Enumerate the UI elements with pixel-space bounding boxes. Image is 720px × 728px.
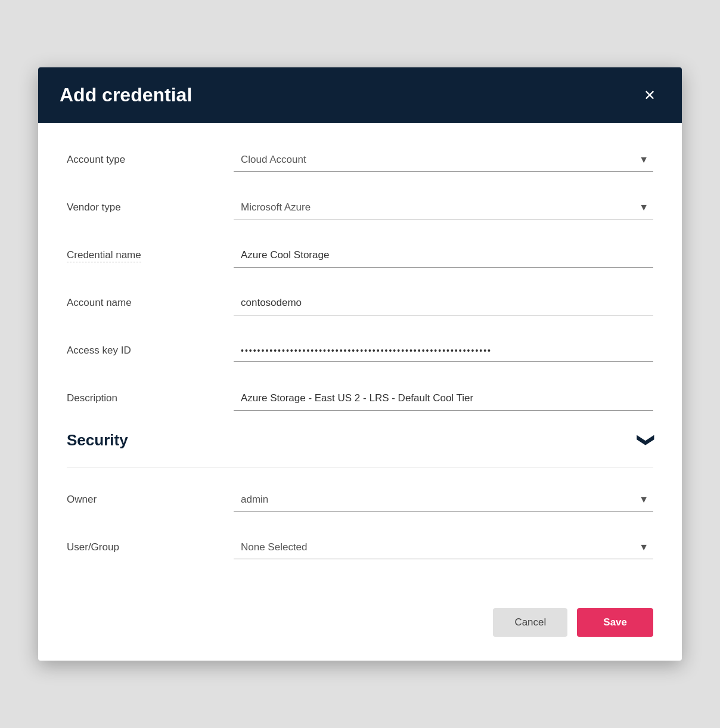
- account-type-select-wrapper[interactable]: Cloud Account ▼: [234, 148, 653, 172]
- description-row: Description: [67, 383, 653, 414]
- account-type-select[interactable]: Cloud Account: [234, 148, 653, 172]
- access-key-label: Access key ID: [67, 345, 131, 356]
- user-group-select-wrapper[interactable]: None Selected ▼: [234, 535, 653, 559]
- close-button[interactable]: ✕: [639, 86, 660, 105]
- credential-name-row: Credential name: [67, 240, 653, 271]
- user-group-select[interactable]: None Selected: [234, 535, 653, 559]
- access-key-input[interactable]: [234, 340, 653, 362]
- security-divider: [67, 467, 653, 467]
- security-section: Security ❯: [67, 430, 653, 450]
- credential-name-label: Credential name: [67, 249, 141, 262]
- save-button[interactable]: Save: [577, 608, 653, 637]
- credential-name-input[interactable]: [234, 243, 653, 268]
- access-key-row: Access key ID: [67, 335, 653, 366]
- security-chevron-icon[interactable]: ❯: [637, 433, 656, 447]
- account-name-row: Account name: [67, 287, 653, 318]
- dialog-header: Add credential ✕: [38, 67, 682, 123]
- add-credential-dialog: Add credential ✕ Account type Cloud Acco…: [38, 67, 682, 661]
- owner-select-wrapper[interactable]: admin ▼: [234, 488, 653, 512]
- vendor-type-select[interactable]: Microsoft Azure: [234, 196, 653, 219]
- security-title: Security: [67, 431, 128, 450]
- description-input[interactable]: [234, 386, 653, 411]
- owner-label: Owner: [67, 494, 97, 505]
- user-group-row: User/Group None Selected ▼: [67, 532, 653, 563]
- dialog-footer: Cancel Save: [38, 599, 682, 661]
- vendor-type-select-wrapper[interactable]: Microsoft Azure ▼: [234, 196, 653, 219]
- vendor-type-row: Vendor type Microsoft Azure ▼: [67, 192, 653, 223]
- owner-row: Owner admin ▼: [67, 484, 653, 515]
- owner-select[interactable]: admin: [234, 488, 653, 512]
- dialog-title: Add credential: [60, 84, 192, 106]
- account-type-row: Account type Cloud Account ▼: [67, 144, 653, 175]
- dialog-body: Account type Cloud Account ▼ Vendor type: [38, 123, 682, 599]
- description-label: Description: [67, 392, 117, 404]
- account-name-label: Account name: [67, 297, 132, 308]
- account-name-input[interactable]: [234, 291, 653, 315]
- vendor-type-label: Vendor type: [67, 202, 121, 213]
- cancel-button[interactable]: Cancel: [493, 608, 567, 637]
- account-type-label: Account type: [67, 154, 125, 165]
- user-group-label: User/Group: [67, 541, 119, 553]
